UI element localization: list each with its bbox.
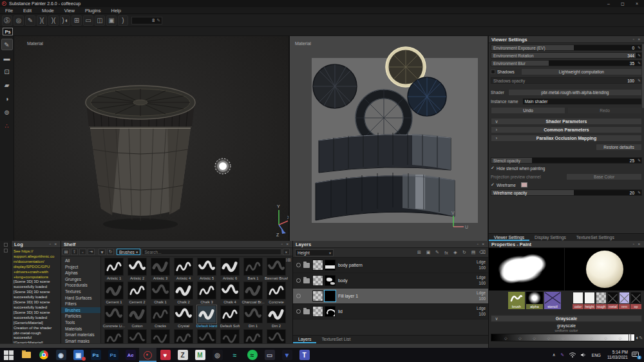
- eraser-tool[interactable]: ▬: [1, 52, 13, 64]
- shelf-category-procedurals[interactable]: Procedurals: [61, 282, 100, 289]
- shelf-category-tools[interactable]: Tools: [61, 319, 100, 326]
- chrome[interactable]: [35, 348, 52, 362]
- wireframe-color-swatch[interactable]: [521, 182, 527, 187]
- panel-header-icons[interactable]: ▫ ×: [281, 242, 290, 246]
- layer-opacity[interactable]: 100: [477, 280, 486, 286]
- mirror-x-icon[interactable]: )(: [48, 15, 59, 26]
- shelf-category-all[interactable]: All: [61, 258, 100, 264]
- brush-artistic-5[interactable]: Artistic 5: [195, 258, 218, 281]
- filter-app[interactable]: ▼: [278, 348, 296, 362]
- add-paint-icon[interactable]: ✎: [433, 249, 441, 256]
- shelf-category-filters[interactable]: Filters: [61, 301, 100, 307]
- brush-partial[interactable]: [172, 329, 195, 343]
- shadows-checkbox[interactable]: [491, 70, 495, 74]
- channel-op[interactable]: op: [630, 292, 641, 309]
- delete-layer-icon[interactable]: ⌫: [478, 249, 486, 256]
- layer-blend-mode[interactable]: Ldge: [477, 259, 486, 265]
- undo-filter-icon[interactable]: ↻: [107, 249, 114, 255]
- brush-basmati-brush[interactable]: Basmati Brush: [265, 258, 288, 281]
- tab-textureset-list[interactable]: TextureSet List: [316, 336, 355, 343]
- brush-concrete[interactable]: Concrete: [265, 281, 288, 305]
- tab-display-settings[interactable]: Display Settings: [529, 234, 571, 241]
- brush-charcoal-br-[interactable]: Charcoal Br...: [242, 281, 265, 305]
- substance-share-icon[interactable]: Ⓢ: [2, 15, 12, 26]
- layer-row-lid[interactable]: lidLdge100: [293, 304, 488, 319]
- hide-stencil-checkbox[interactable]: ✓: [491, 166, 495, 171]
- layer-mask-thumbnail[interactable]: [325, 291, 336, 301]
- shelf-category-brushes[interactable]: Brushes: [61, 307, 100, 314]
- shelf-category-alphas[interactable]: Alphas: [61, 270, 100, 276]
- layer-thumbnail[interactable]: [312, 275, 323, 286]
- language-indicator[interactable]: ENG: [592, 353, 601, 357]
- panel-header-icons[interactable]: ▫ ×: [50, 242, 58, 246]
- paint-tool[interactable]: ✎: [1, 39, 13, 50]
- layer-row-body[interactable]: bodyLdge100: [293, 273, 488, 289]
- environment-exposure-slider[interactable]: Environment Exposure (EV) 0✎: [491, 44, 642, 51]
- panel-header-icons[interactable]: ▫ ×: [633, 37, 641, 41]
- projection-tool[interactable]: ⊡: [1, 66, 13, 77]
- screen-capture-app[interactable]: ▭: [261, 348, 278, 362]
- uv-grid-icon[interactable]: ⊞: [71, 15, 82, 26]
- shelf-import-icon[interactable]: ⇪: [71, 249, 78, 255]
- tab-viewer-settings[interactable]: Viewer Settings: [489, 234, 529, 241]
- layer-mask-thumbnail[interactable]: [325, 275, 336, 286]
- shelf-export-icon[interactable]: ⇥: [88, 249, 95, 255]
- heart-app[interactable]: ♥: [156, 348, 174, 362]
- shader-select-button[interactable]: pbr-metal-rough-with-alpha-blending: [508, 89, 642, 96]
- color-picker-icon[interactable]: ✎: [25, 15, 35, 26]
- camera-icon[interactable]: ▣: [106, 15, 117, 26]
- brush-partial[interactable]: [242, 329, 265, 343]
- layer-blend-mode[interactable]: Ldge: [477, 290, 486, 296]
- brush-partial[interactable]: [218, 329, 242, 343]
- layer-row-body-pattern[interactable]: body patternLdge100: [293, 258, 488, 273]
- smudge-tool[interactable]: ◑: [1, 93, 13, 104]
- brush-dirt-2[interactable]: Dirt 2: [265, 305, 288, 329]
- layer-thumbnail[interactable]: [312, 306, 323, 317]
- undo-button[interactable]: Undo: [491, 107, 565, 114]
- menu-plugins[interactable]: Plugins: [80, 7, 106, 14]
- grayscale-section-header[interactable]: ∨ Grayscale: [491, 315, 642, 322]
- menu-file[interactable]: File: [0, 7, 18, 14]
- brush-chalk-4[interactable]: Chalk 4: [218, 281, 242, 305]
- alpha-slot[interactable]: alpha: [526, 292, 543, 309]
- brush-artistic-6[interactable]: Artistic 6: [218, 258, 242, 281]
- brush-chalk-2[interactable]: Chalk 2: [172, 281, 195, 305]
- brush-artistic-2[interactable]: Artistic 2: [126, 258, 149, 281]
- brush-partial[interactable]: [265, 329, 288, 343]
- environment-blur-slider[interactable]: Environment Blur 35✎: [491, 60, 642, 66]
- shelf-category-textures[interactable]: Textures: [61, 289, 100, 295]
- teams[interactable]: T: [296, 348, 313, 362]
- layer-opacity[interactable]: 100: [477, 296, 486, 301]
- brush-chalk-3[interactable]: Chalk 3: [195, 281, 218, 305]
- brush-artistic-3[interactable]: Artistic 3: [149, 258, 172, 281]
- teal-app[interactable]: ≈: [226, 348, 243, 362]
- wifi-icon[interactable]: [569, 352, 576, 357]
- shelf-folder-icon[interactable]: ▤: [62, 249, 70, 255]
- photos-app[interactable]: ▣: [70, 348, 87, 362]
- projection-channel-select[interactable]: Base Color: [566, 173, 642, 180]
- steam[interactable]: ◉: [52, 348, 70, 362]
- add-layer-icon[interactable]: ⊞: [415, 249, 423, 256]
- shelf-category-smart-masks[interactable]: Smart masks: [61, 338, 100, 343]
- restore-defaults-button[interactable]: Restore defaults: [596, 144, 642, 151]
- brush-partial[interactable]: [126, 329, 149, 343]
- brush-cracks[interactable]: Cracks: [149, 305, 172, 329]
- shelf-category-particles[interactable]: Particles: [61, 313, 100, 319]
- add-folder-icon[interactable]: ▤: [469, 249, 477, 256]
- shadows-mode-button[interactable]: Lightweight computation: [521, 68, 642, 75]
- add-fill-icon[interactable]: ▣: [424, 249, 432, 256]
- grayscale-value-slider[interactable]: ◐✎ ◇◇◇◇◇◇◇◇◇: [491, 334, 635, 341]
- layer-blend-mode[interactable]: Ldge: [477, 305, 486, 311]
- menu-view[interactable]: View: [59, 7, 80, 14]
- layer-thumbnail[interactable]: [312, 260, 323, 271]
- clear-search-icon[interactable]: ×: [283, 249, 290, 255]
- channel-rough[interactable]: rough: [596, 292, 607, 309]
- mirror-y-icon[interactable]: )◖: [60, 15, 70, 26]
- brush-partial[interactable]: [195, 329, 218, 343]
- perspective-cube-icon[interactable]: ◫: [95, 15, 105, 26]
- menu-edit[interactable]: Edit: [18, 7, 37, 14]
- start-button[interactable]: [0, 348, 17, 362]
- redo-button[interactable]: Redo: [567, 107, 642, 114]
- brush-artistic-4[interactable]: Artistic 4: [172, 258, 195, 281]
- brush-artistic-1[interactable]: Artistic 1: [102, 258, 126, 281]
